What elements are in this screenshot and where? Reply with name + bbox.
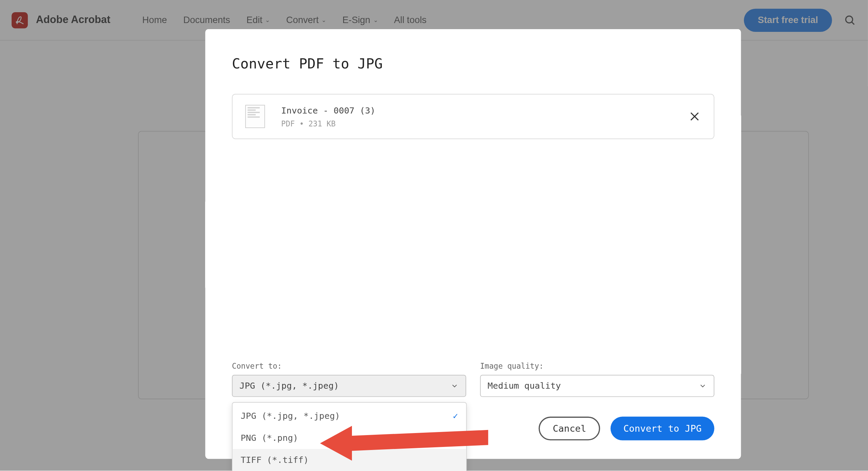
dropdown-option-jpg[interactable]: JPG (*.jpg, *.jpeg) ✓ [233,405,466,427]
convert-to-selected-value: JPG (*.jpg, *.jpeg) [239,381,339,391]
image-quality-selected-value: Medium quality [488,381,561,391]
convert-button[interactable]: Convert to JPG [611,416,714,440]
file-thumbnail-icon [245,105,265,128]
convert-modal: Convert PDF to JPG Invoice - 0007 (3) PD… [205,29,741,459]
convert-to-label: Convert to: [232,362,466,370]
close-icon[interactable] [688,110,701,123]
convert-to-group: Convert to: JPG (*.jpg, *.jpeg) JPG (*.j… [232,362,466,397]
convert-to-select[interactable]: JPG (*.jpg, *.jpeg) [232,375,466,397]
chevron-down-icon [451,382,459,390]
dropdown-option-png[interactable]: PNG (*.png) [233,427,466,449]
image-quality-label: Image quality: [480,362,714,370]
file-info: Invoice - 0007 (3) PDF • 231 KB [281,105,375,128]
file-meta: PDF • 231 KB [281,119,375,128]
convert-to-dropdown: JPG (*.jpg, *.jpeg) ✓ PNG (*.png) TIFF (… [232,402,467,471]
image-quality-group: Image quality: Medium quality [480,362,714,397]
dropdown-option-tiff[interactable]: TIFF (*.tiff) [233,449,466,471]
cancel-button[interactable]: Cancel [539,416,600,440]
controls-row: Convert to: JPG (*.jpg, *.jpeg) JPG (*.j… [232,362,714,397]
file-card: Invoice - 0007 (3) PDF • 231 KB [232,94,714,139]
check-icon: ✓ [453,411,458,421]
image-quality-select[interactable]: Medium quality [480,375,714,397]
modal-title: Convert PDF to JPG [232,56,714,72]
file-name: Invoice - 0007 (3) [281,105,375,116]
chevron-down-icon [699,382,707,390]
